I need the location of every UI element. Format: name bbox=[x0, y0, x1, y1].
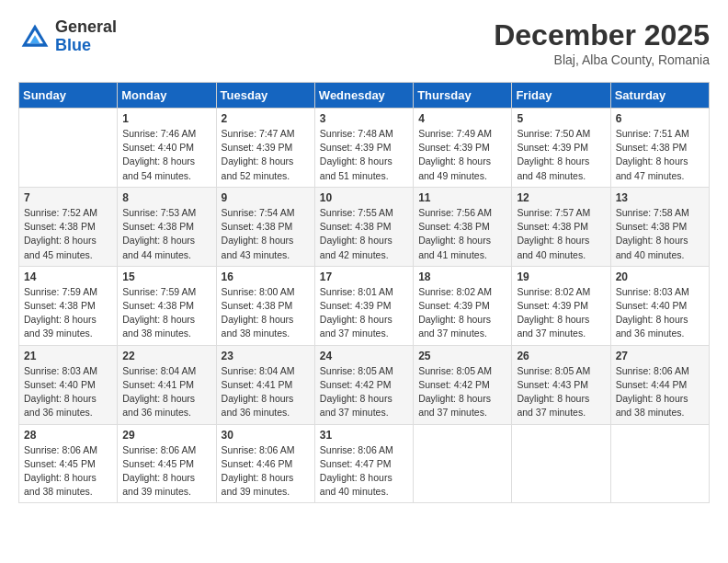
day-number: 16 bbox=[222, 270, 310, 283]
sunset-text: Sunset: 4:40 PM bbox=[122, 142, 194, 153]
cell-content: Sunrise: 7:52 AM Sunset: 4:38 PM Dayligh… bbox=[24, 206, 112, 262]
sunset-text: Sunset: 4:46 PM bbox=[222, 458, 293, 469]
calendar-cell: 21 Sunrise: 8:03 AM Sunset: 4:40 PM Dayl… bbox=[19, 345, 118, 424]
weekday-header-wednesday: Wednesday bbox=[314, 83, 413, 109]
sunset-text: Sunset: 4:38 PM bbox=[24, 300, 96, 311]
cell-content: Sunrise: 8:00 AM Sunset: 4:38 PM Dayligh… bbox=[222, 285, 310, 341]
daylight-text: Daylight: 8 hours and 51 minutes. bbox=[320, 155, 392, 180]
calendar-cell: 3 Sunrise: 7:48 AM Sunset: 4:39 PM Dayli… bbox=[314, 109, 413, 188]
sunset-text: Sunset: 4:38 PM bbox=[222, 221, 293, 232]
calendar-cell: 17 Sunrise: 8:01 AM Sunset: 4:39 PM Dayl… bbox=[314, 266, 413, 345]
cell-content: Sunrise: 8:06 AM Sunset: 4:45 PM Dayligh… bbox=[122, 443, 210, 500]
sunrise-text: Sunrise: 8:01 AM bbox=[320, 286, 393, 297]
daylight-text: Daylight: 8 hours and 54 minutes. bbox=[122, 155, 195, 180]
sunset-text: Sunset: 4:43 PM bbox=[517, 379, 588, 390]
sunrise-text: Sunrise: 8:06 AM bbox=[122, 444, 196, 455]
sunrise-text: Sunrise: 8:06 AM bbox=[320, 444, 393, 455]
week-row-1: 7 Sunrise: 7:52 AM Sunset: 4:38 PM Dayli… bbox=[19, 187, 710, 266]
calendar-cell: 16 Sunrise: 8:00 AM Sunset: 4:38 PM Dayl… bbox=[216, 266, 314, 345]
daylight-text: Daylight: 8 hours and 38 minutes. bbox=[122, 314, 195, 339]
day-number: 30 bbox=[222, 429, 310, 442]
daylight-text: Daylight: 8 hours and 41 minutes. bbox=[418, 235, 491, 259]
week-row-0: 1 Sunrise: 7:46 AM Sunset: 4:40 PM Dayli… bbox=[19, 109, 710, 188]
weekday-header-monday: Monday bbox=[118, 83, 216, 109]
calendar-cell: 25 Sunrise: 8:05 AM Sunset: 4:42 PM Dayl… bbox=[414, 345, 512, 424]
calendar-cell: 27 Sunrise: 8:06 AM Sunset: 4:44 PM Dayl… bbox=[610, 345, 709, 424]
day-number: 31 bbox=[320, 429, 408, 442]
day-number: 18 bbox=[418, 270, 506, 283]
daylight-text: Daylight: 8 hours and 36 minutes. bbox=[122, 393, 195, 418]
cell-content: Sunrise: 8:02 AM Sunset: 4:39 PM Dayligh… bbox=[418, 285, 506, 341]
daylight-text: Daylight: 8 hours and 38 minutes. bbox=[616, 393, 688, 418]
sunset-text: Sunset: 4:39 PM bbox=[517, 300, 588, 311]
sunrise-text: Sunrise: 7:58 AM bbox=[616, 207, 689, 218]
sunrise-text: Sunrise: 7:49 AM bbox=[418, 128, 492, 139]
day-number: 15 bbox=[122, 270, 210, 283]
sunrise-text: Sunrise: 7:53 AM bbox=[122, 207, 196, 218]
sunset-text: Sunset: 4:47 PM bbox=[320, 458, 392, 469]
calendar-cell: 26 Sunrise: 8:05 AM Sunset: 4:43 PM Dayl… bbox=[512, 345, 610, 424]
calendar-cell: 18 Sunrise: 8:02 AM Sunset: 4:39 PM Dayl… bbox=[414, 266, 512, 345]
cell-content: Sunrise: 7:49 AM Sunset: 4:39 PM Dayligh… bbox=[418, 127, 506, 183]
sunrise-text: Sunrise: 7:51 AM bbox=[616, 128, 689, 139]
day-number: 27 bbox=[616, 350, 704, 362]
daylight-text: Daylight: 8 hours and 43 minutes. bbox=[222, 235, 294, 259]
calendar-cell: 8 Sunrise: 7:53 AM Sunset: 4:38 PM Dayli… bbox=[118, 187, 216, 266]
daylight-text: Daylight: 8 hours and 38 minutes. bbox=[222, 314, 294, 339]
cell-content: Sunrise: 7:53 AM Sunset: 4:38 PM Dayligh… bbox=[122, 206, 210, 262]
day-number: 2 bbox=[222, 112, 310, 125]
daylight-text: Daylight: 8 hours and 39 minutes. bbox=[24, 314, 97, 339]
cell-content: Sunrise: 7:59 AM Sunset: 4:38 PM Dayligh… bbox=[122, 285, 210, 341]
sunset-text: Sunset: 4:39 PM bbox=[320, 300, 392, 311]
cell-content: Sunrise: 8:04 AM Sunset: 4:41 PM Dayligh… bbox=[222, 364, 310, 420]
cell-content: Sunrise: 8:03 AM Sunset: 4:40 PM Dayligh… bbox=[24, 364, 112, 420]
sunrise-text: Sunrise: 8:05 AM bbox=[320, 365, 393, 376]
cell-content: Sunrise: 8:06 AM Sunset: 4:45 PM Dayligh… bbox=[24, 443, 112, 500]
daylight-text: Daylight: 8 hours and 40 minutes. bbox=[517, 235, 589, 259]
day-number: 3 bbox=[320, 112, 408, 125]
cell-content: Sunrise: 8:05 AM Sunset: 4:42 PM Dayligh… bbox=[320, 364, 408, 420]
sunset-text: Sunset: 4:39 PM bbox=[418, 142, 490, 153]
sunrise-text: Sunrise: 8:04 AM bbox=[222, 365, 295, 376]
sunset-text: Sunset: 4:38 PM bbox=[418, 221, 490, 232]
daylight-text: Daylight: 8 hours and 37 minutes. bbox=[320, 314, 392, 339]
day-number: 28 bbox=[24, 429, 112, 442]
cell-content: Sunrise: 7:55 AM Sunset: 4:38 PM Dayligh… bbox=[320, 206, 408, 262]
sunrise-text: Sunrise: 7:50 AM bbox=[517, 128, 590, 139]
calendar-cell: 12 Sunrise: 7:57 AM Sunset: 4:38 PM Dayl… bbox=[512, 187, 610, 266]
week-row-4: 28 Sunrise: 8:06 AM Sunset: 4:45 PM Dayl… bbox=[19, 424, 710, 503]
calendar-cell: 19 Sunrise: 8:02 AM Sunset: 4:39 PM Dayl… bbox=[512, 266, 610, 345]
cell-content: Sunrise: 7:59 AM Sunset: 4:38 PM Dayligh… bbox=[24, 285, 112, 341]
month-title: December 2025 bbox=[494, 18, 710, 52]
cell-content: Sunrise: 8:05 AM Sunset: 4:43 PM Dayligh… bbox=[517, 364, 605, 420]
sunset-text: Sunset: 4:38 PM bbox=[222, 300, 293, 311]
day-number: 25 bbox=[418, 350, 506, 362]
daylight-text: Daylight: 8 hours and 37 minutes. bbox=[418, 314, 491, 339]
day-number: 14 bbox=[24, 270, 112, 283]
cell-content: Sunrise: 7:56 AM Sunset: 4:38 PM Dayligh… bbox=[418, 206, 506, 262]
cell-content: Sunrise: 7:51 AM Sunset: 4:38 PM Dayligh… bbox=[616, 127, 704, 183]
calendar-cell: 7 Sunrise: 7:52 AM Sunset: 4:38 PM Dayli… bbox=[19, 187, 118, 266]
sunset-text: Sunset: 4:42 PM bbox=[320, 379, 392, 390]
calendar-cell: 6 Sunrise: 7:51 AM Sunset: 4:38 PM Dayli… bbox=[610, 109, 709, 188]
sunrise-text: Sunrise: 8:02 AM bbox=[418, 286, 492, 297]
cell-content: Sunrise: 7:46 AM Sunset: 4:40 PM Dayligh… bbox=[122, 127, 210, 183]
calendar-cell: 29 Sunrise: 8:06 AM Sunset: 4:45 PM Dayl… bbox=[118, 424, 216, 503]
cell-content: Sunrise: 8:01 AM Sunset: 4:39 PM Dayligh… bbox=[320, 285, 408, 341]
sunset-text: Sunset: 4:45 PM bbox=[122, 458, 194, 469]
week-row-2: 14 Sunrise: 7:59 AM Sunset: 4:38 PM Dayl… bbox=[19, 266, 710, 345]
sunrise-text: Sunrise: 7:57 AM bbox=[517, 207, 590, 218]
calendar-cell: 14 Sunrise: 7:59 AM Sunset: 4:38 PM Dayl… bbox=[19, 266, 118, 345]
sunrise-text: Sunrise: 8:03 AM bbox=[24, 365, 97, 376]
daylight-text: Daylight: 8 hours and 37 minutes. bbox=[517, 393, 589, 418]
logo-text: General Blue bbox=[55, 18, 117, 55]
weekday-header-tuesday: Tuesday bbox=[216, 83, 314, 109]
day-number: 24 bbox=[320, 350, 408, 362]
sunrise-text: Sunrise: 7:47 AM bbox=[222, 128, 295, 139]
cell-content: Sunrise: 7:57 AM Sunset: 4:38 PM Dayligh… bbox=[517, 206, 605, 262]
daylight-text: Daylight: 8 hours and 36 minutes. bbox=[24, 393, 97, 418]
day-number: 21 bbox=[24, 350, 112, 362]
sunset-text: Sunset: 4:40 PM bbox=[24, 379, 96, 390]
sunrise-text: Sunrise: 8:03 AM bbox=[616, 286, 689, 297]
calendar-table: SundayMondayTuesdayWednesdayThursdayFrid… bbox=[18, 82, 710, 503]
